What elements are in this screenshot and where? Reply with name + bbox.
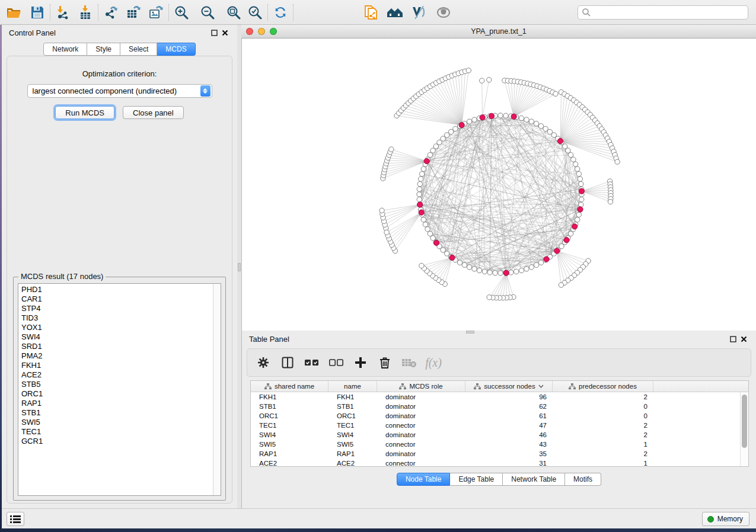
hide-graphics-details-icon[interactable] — [410, 4, 428, 21]
control-panel-title: Control Panel — [9, 28, 209, 37]
network-view-window: YPA_prune.txt_1 — [241, 25, 756, 331]
optimization-criterion-dropdown[interactable]: largest connected component (undirected) — [27, 84, 212, 98]
column-header-name[interactable]: name — [328, 381, 377, 392]
open-file-icon[interactable] — [5, 4, 23, 21]
table-row[interactable]: SWI4SWI4dominator462 — [251, 430, 748, 440]
network-canvas[interactable] — [241, 39, 756, 331]
table-row[interactable]: RAP1RAP1dominator352 — [251, 449, 748, 459]
mcds-result-item[interactable]: ACE2 — [18, 370, 213, 380]
zoom-out-icon[interactable] — [199, 4, 216, 21]
mcds-result-item[interactable]: GCR1 — [18, 437, 213, 446]
table-panel-title: Table Panel — [249, 335, 728, 344]
mcds-result-item[interactable]: FKH1 — [18, 361, 213, 370]
column-header-predecessor-nodes[interactable]: predecessor nodes — [553, 381, 653, 392]
mcds-result-item[interactable]: SWI4 — [18, 332, 213, 342]
column-header-shared-name[interactable]: shared name — [251, 381, 328, 392]
table-row[interactable]: TEC1TEC1connector472 — [251, 421, 748, 430]
memory-button[interactable]: Memory — [702, 512, 749, 526]
network-overview-icon[interactable] — [386, 4, 404, 21]
import-table-icon[interactable] — [76, 4, 94, 21]
import-network-icon[interactable] — [54, 4, 72, 21]
mcds-result-item[interactable]: PHD1 — [18, 285, 213, 294]
application-window: Control Panel NetworkStyleSelectMCDS Opt… — [0, 0, 756, 528]
mcds-result-item[interactable]: STP4 — [18, 304, 213, 313]
desktop-wallpaper-bottom — [0, 528, 756, 532]
mcds-result-item[interactable]: PMA2 — [18, 351, 213, 361]
zoom-fit-icon[interactable] — [225, 4, 243, 21]
mcds-result-item[interactable]: STB5 — [18, 380, 213, 389]
table-cell: 96 — [465, 393, 553, 400]
run-mcds-button[interactable]: Run MCDS — [55, 106, 114, 119]
mcds-list-scrollbar[interactable] — [213, 284, 221, 495]
tab-network-table[interactable]: Network Table — [503, 473, 565, 486]
float-panel-icon[interactable] — [209, 28, 219, 37]
table-cell: 47 — [465, 422, 553, 429]
search-input[interactable] — [591, 7, 748, 18]
tab-network[interactable]: Network — [43, 43, 87, 56]
table-cell: SWI5 — [328, 441, 377, 448]
table-cell: RAP1 — [251, 450, 328, 457]
vertical-splitter[interactable] — [237, 25, 241, 508]
tab-select[interactable]: Select — [120, 43, 157, 56]
select-all-icon[interactable] — [304, 355, 320, 370]
table-scrollbar[interactable] — [740, 392, 748, 466]
memory-label: Memory — [717, 515, 743, 523]
deselect-all-icon[interactable] — [328, 355, 344, 370]
tab-edge-table[interactable]: Edge Table — [450, 473, 503, 486]
mcds-result-item[interactable]: TID3 — [18, 313, 213, 323]
table-row[interactable]: ACE2ACE2connector311 — [251, 459, 748, 467]
splitter-grip[interactable] — [238, 263, 241, 271]
mcds-result-item[interactable]: ORC1 — [18, 389, 213, 399]
table-row[interactable]: FKH1FKH1dominator962 — [251, 392, 748, 402]
clone-network-icon[interactable] — [362, 4, 380, 21]
close-panel-button[interactable]: Close panel — [123, 106, 184, 119]
settings-icon[interactable] — [256, 355, 271, 370]
export-table-icon[interactable] — [125, 4, 142, 21]
export-network-icon[interactable] — [102, 4, 120, 21]
table-panel: Table Panel — [241, 331, 756, 508]
mcds-result-item[interactable]: TEC1 — [18, 427, 213, 437]
table-float-panel-icon[interactable] — [728, 334, 738, 344]
mcds-result-list: PHD1CAR1STP4TID3YOX1SWI4SRD1PMA2FKH1ACE2… — [18, 283, 221, 496]
mcds-result-item[interactable]: YOX1 — [18, 323, 213, 332]
function-builder-icon: f(x) — [426, 355, 441, 370]
tab-style[interactable]: Style — [87, 43, 120, 56]
mcds-result-item[interactable]: SWI5 — [18, 418, 213, 427]
dropdown-stepper-icon — [200, 85, 210, 97]
tab-mcds[interactable]: MCDS — [157, 43, 195, 56]
table-cell: 2 — [553, 393, 653, 400]
table-cell: FKH1 — [328, 393, 377, 400]
task-history-button[interactable] — [7, 512, 24, 526]
table-cell: 61 — [465, 412, 553, 419]
table-row[interactable]: STB1STB1dominator620 — [251, 402, 748, 411]
refresh-icon[interactable] — [272, 4, 289, 21]
table-row[interactable]: ORC1ORC1dominator610 — [251, 411, 748, 421]
control-panel: Control Panel NetworkStyleSelectMCDS Opt… — [2, 25, 237, 508]
show-graphics-details-icon[interactable] — [435, 4, 452, 21]
add-column-icon[interactable] — [353, 355, 368, 370]
horizontal-splitter-grip[interactable] — [466, 331, 474, 334]
table-row[interactable]: SWI5SWI5connector431 — [251, 440, 748, 449]
column-header-MCDS-role[interactable]: MCDS role — [377, 381, 465, 392]
tab-motifs[interactable]: Motifs — [565, 473, 601, 486]
close-panel-icon[interactable] — [219, 28, 230, 37]
table-scrollbar-thumb[interactable] — [742, 395, 747, 448]
split-panel-icon[interactable] — [280, 355, 295, 370]
network-graph[interactable] — [242, 39, 756, 331]
mcds-result-item[interactable]: RAP1 — [18, 399, 213, 408]
zoom-in-icon[interactable] — [173, 4, 190, 21]
mcds-result-item[interactable]: SRD1 — [18, 342, 213, 351]
zoom-selected-icon[interactable] — [246, 4, 264, 21]
control-panel-tab-bar: NetworkStyleSelectMCDS — [2, 43, 237, 56]
table-header-row: shared namenameMCDS rolesuccessor nodesp… — [251, 381, 748, 392]
table-cell: FKH1 — [251, 393, 328, 400]
mcds-result-item[interactable]: CAR1 — [18, 294, 213, 304]
column-header-successor-nodes[interactable]: successor nodes — [465, 381, 553, 392]
delete-column-icon[interactable] — [377, 355, 393, 370]
table-cell: 62 — [465, 403, 553, 410]
mcds-result-item[interactable]: STB1 — [18, 408, 213, 418]
table-close-panel-icon[interactable] — [738, 334, 749, 344]
save-session-icon[interactable] — [28, 4, 46, 21]
tab-node-table[interactable]: Node Table — [397, 473, 451, 486]
export-image-icon[interactable] — [147, 4, 165, 21]
